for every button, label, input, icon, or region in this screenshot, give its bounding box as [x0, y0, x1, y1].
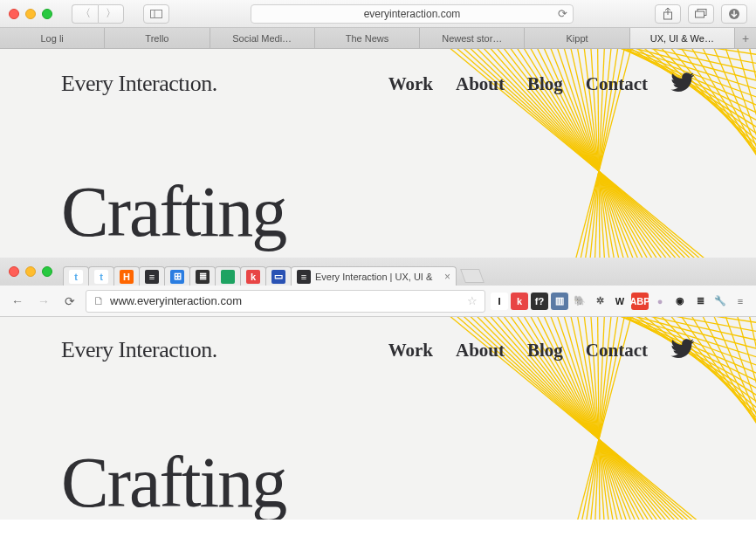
extension-button[interactable]: ≡ [732, 293, 749, 310]
safari-tab[interactable]: UX, UI & We… [630, 28, 735, 48]
share-icon [663, 8, 673, 20]
extension-button[interactable]: ABP [631, 293, 649, 310]
close-window-button[interactable] [9, 266, 19, 277]
twitter-icon[interactable] [670, 70, 695, 98]
reload-icon[interactable]: ⟳ [558, 7, 567, 20]
safari-tab[interactable]: Log li [0, 28, 105, 48]
download-icon [728, 8, 740, 20]
favicon-icon: H [120, 270, 134, 284]
nav-back-forward: 〈 〉 [72, 4, 124, 24]
back-button[interactable]: ← [7, 291, 28, 312]
back-button[interactable]: 〈 [72, 4, 98, 24]
pinned-tab[interactable]: ■ [215, 266, 241, 286]
pinned-tab[interactable]: ▭ [265, 266, 292, 286]
favicon-icon: t [94, 270, 108, 284]
site-logo[interactable]: Every Interactıon. [61, 71, 217, 97]
extension-button[interactable]: 🔧 [711, 293, 729, 310]
downloads-button[interactable] [721, 4, 747, 24]
safari-tab[interactable]: Kippt [525, 28, 629, 48]
nav-contact[interactable]: Contact [586, 340, 648, 361]
safari-window: 〈 〉 everyinteraction.com ⟳ Log liTrelloS… [0, 0, 756, 258]
hero-text: Crafting [0, 447, 756, 519]
site-nav: Work About Blog Contact [388, 70, 695, 98]
pinned-tab[interactable]: ≣ [189, 266, 216, 286]
page-icon: 🗋 [93, 294, 105, 307]
extension-button[interactable]: I [491, 293, 508, 310]
extension-button[interactable]: f? [531, 293, 548, 310]
extension-button[interactable]: ✲ [591, 293, 608, 310]
sidebar-icon [150, 10, 162, 18]
pinned-tab[interactable]: ≡ [139, 266, 165, 286]
nav-work[interactable]: Work [388, 340, 433, 361]
fullscreen-window-button[interactable] [42, 266, 52, 277]
favicon-icon: ≡ [297, 270, 311, 284]
nav-contact[interactable]: Contact [586, 73, 648, 95]
url-text: www.everyinteraction.com [110, 294, 242, 307]
chrome-tab-strip: ttH≡⊞≣■k▭ ≡ Every Interaction | UX, UI &… [0, 258, 756, 286]
tabs-icon [695, 9, 707, 18]
site-viewport-safari: Every Interactıon. Work About Blog Conta… [0, 49, 756, 258]
forward-button[interactable]: 〉 [98, 4, 124, 24]
safari-toolbar: 〈 〉 everyinteraction.com ⟳ [0, 0, 756, 28]
extension-row: Ikf?▥🐘✲WABP●◉≣🔧≡ [491, 293, 749, 310]
pinned-tab[interactable]: t [63, 266, 89, 286]
window-controls [9, 266, 52, 277]
extension-button[interactable]: ▥ [551, 293, 568, 310]
favicon-icon: ⊞ [170, 270, 184, 284]
close-tab-icon[interactable]: × [444, 271, 450, 283]
new-tab-button[interactable]: + [735, 28, 756, 48]
safari-tab-bar: Log liTrelloSocial Medi…The NewsNewest s… [0, 28, 756, 49]
favicon-icon: k [246, 270, 260, 284]
window-controls [9, 9, 52, 19]
hero-text: Crafting [0, 176, 756, 248]
safari-tab[interactable]: Trello [105, 28, 210, 48]
nav-work[interactable]: Work [388, 73, 433, 95]
url-text: everyinteraction.com [364, 8, 461, 20]
tab-title: Every Interaction | UX, UI & [315, 272, 432, 282]
minimize-window-button[interactable] [25, 266, 36, 277]
tabs-button[interactable] [688, 4, 714, 24]
minimize-window-button[interactable] [25, 9, 36, 19]
pinned-tab[interactable]: t [88, 266, 114, 286]
site-nav: Work About Blog Contact [388, 336, 695, 364]
nav-blog[interactable]: Blog [527, 73, 563, 95]
extension-button[interactable]: ◉ [671, 293, 689, 310]
extension-button[interactable]: W [611, 293, 629, 310]
close-window-button[interactable] [9, 9, 19, 19]
extension-button[interactable]: ≣ [691, 293, 709, 310]
site-logo[interactable]: Every Interactıon. [61, 337, 217, 363]
favicon-icon: ≣ [196, 270, 210, 284]
chrome-toolbar: ← → ⟳ 🗋 www.everyinteraction.com ☆ Ikf?▥… [0, 286, 756, 317]
svg-rect-4 [696, 11, 704, 17]
forward-button[interactable]: → [33, 291, 54, 312]
twitter-icon[interactable] [670, 336, 695, 364]
chrome-window: ttH≡⊞≣■k▭ ≡ Every Interaction | UX, UI &… [0, 258, 756, 520]
favicon-icon: ■ [221, 270, 235, 284]
pinned-tab[interactable]: ⊞ [164, 266, 190, 286]
safari-tab[interactable]: The News [315, 28, 420, 48]
favicon-icon: ≡ [145, 270, 159, 284]
extension-button[interactable]: k [511, 293, 528, 310]
nav-blog[interactable]: Blog [527, 340, 563, 361]
extension-button[interactable]: ● [651, 293, 669, 310]
nav-about[interactable]: About [456, 73, 505, 95]
tab-active[interactable]: ≡ Every Interaction | UX, UI & × [291, 266, 457, 286]
favicon-icon: t [69, 270, 83, 284]
svg-rect-0 [151, 10, 162, 17]
new-tab-button[interactable] [460, 269, 485, 283]
address-bar[interactable]: 🗋 www.everyinteraction.com ☆ [86, 290, 485, 313]
extension-button[interactable]: 🐘 [571, 293, 588, 310]
reload-button[interactable]: ⟳ [59, 291, 80, 312]
safari-tab[interactable]: Social Medi… [210, 28, 315, 48]
address-bar[interactable]: everyinteraction.com ⟳ [251, 4, 574, 24]
pinned-tab[interactable]: k [240, 266, 266, 286]
favicon-icon: ▭ [271, 270, 285, 284]
pinned-tab[interactable]: H [113, 266, 140, 286]
safari-tab[interactable]: Newest stor… [420, 28, 525, 48]
nav-about[interactable]: About [456, 340, 505, 361]
fullscreen-window-button[interactable] [42, 9, 52, 19]
bookmark-star-icon[interactable]: ☆ [467, 294, 478, 307]
share-button[interactable] [655, 4, 681, 24]
sidebar-button[interactable] [143, 4, 169, 24]
site-viewport-chrome: Every Interactıon. Work About Blog Conta… [0, 317, 756, 520]
